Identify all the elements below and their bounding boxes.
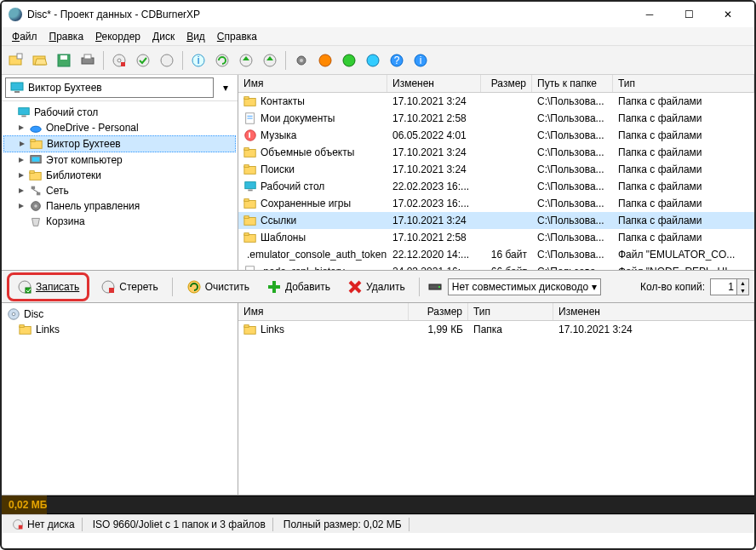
globe-blue-icon[interactable]	[362, 49, 384, 72]
tree-node[interactable]: ▸Панель управления	[3, 198, 236, 214]
settings-icon[interactable]	[290, 49, 312, 72]
tree-node[interactable]: Рабочий стол	[3, 105, 236, 120]
disc-refresh-icon[interactable]	[211, 49, 233, 72]
menu-диск[interactable]: Диск	[147, 29, 180, 44]
project-node[interactable]: Links	[5, 322, 234, 337]
menubar: ФайлПравкаРекордерДискВидСправка	[2, 27, 754, 46]
tree-node[interactable]: ▸Виктор Бухтеев	[3, 135, 236, 152]
burn-icon	[17, 279, 32, 295]
remove-button[interactable]: Удалить	[341, 276, 411, 298]
file-row[interactable]: Рабочий стол22.02.2023 16:...C:\Пользова…	[238, 178, 754, 195]
disc-status-icon	[12, 518, 24, 530]
svg-rect-61	[244, 234, 255, 242]
menu-справка[interactable]: Справка	[212, 29, 262, 44]
file-row[interactable]: Шаблоны17.10.2021 2:58C:\Пользова...Папк…	[238, 229, 754, 246]
project-row[interactable]: Links1,99 КБПапка17.10.2021 3:24	[238, 321, 754, 338]
copies-spinner[interactable]: ▲▼	[710, 278, 749, 295]
svg-point-11	[137, 54, 149, 66]
burn-button[interactable]: Записать	[11, 276, 85, 298]
drive-combo[interactable]: Нет совместимых дисководо ▾	[448, 278, 601, 295]
menu-вид[interactable]: Вид	[181, 29, 210, 44]
file-row[interactable]: Ссылки17.10.2021 3:24C:\Пользова...Папка…	[238, 212, 754, 229]
svg-point-44	[34, 204, 37, 208]
verify-disc-icon[interactable]	[132, 49, 154, 72]
path-input[interactable]: Виктор Бухтеев	[5, 77, 214, 98]
svg-rect-54	[244, 165, 249, 168]
globe-green-icon[interactable]	[338, 49, 360, 72]
minimize-button[interactable]: ─	[630, 2, 669, 27]
svg-point-33	[31, 126, 41, 132]
tree-node[interactable]: ▸Библиотеки	[3, 168, 236, 183]
svg-rect-77	[20, 326, 31, 334]
svg-rect-32	[21, 116, 26, 117]
open-icon[interactable]	[29, 49, 51, 72]
desktop-icon	[9, 80, 25, 95]
status-disc: Нет диска	[5, 518, 83, 531]
disc-info-icon[interactable]: i	[187, 49, 209, 72]
file-list-header[interactable]: Имя Изменен Размер Путь к папке Тип	[238, 75, 754, 93]
copies-input[interactable]	[711, 280, 736, 294]
chevron-down-icon: ▾	[592, 281, 597, 293]
statusbar: Нет диска ISO 9660/Joliet с 1 папок и 3 …	[2, 514, 754, 533]
file-row[interactable]: Поиски17.10.2021 3:24C:\Пользова...Папка…	[238, 161, 754, 178]
svg-rect-52	[244, 148, 249, 151]
tree-node[interactable]: ▸Этот компьютер	[3, 152, 236, 168]
burn-disc-icon[interactable]	[108, 49, 130, 72]
globe-orange-icon[interactable]	[314, 49, 336, 72]
menu-файл[interactable]: Файл	[7, 29, 43, 44]
project-tree[interactable]: DiscLinks	[2, 303, 238, 495]
file-row[interactable]: Объемные объекты17.10.2021 3:24C:\Пользо…	[238, 144, 754, 161]
svg-marker-3	[35, 59, 47, 65]
svg-point-12	[161, 54, 173, 66]
clear-button[interactable]: Очистить	[180, 276, 255, 298]
disc-eject2-icon[interactable]	[259, 49, 281, 72]
status-total-size: Полный размер: 0,02 МБ	[277, 518, 410, 531]
file-row[interactable]: Мои документы17.10.2021 2:58C:\Пользова.…	[238, 110, 754, 127]
project-list-header[interactable]: Имя Размер Тип Изменен	[238, 303, 754, 321]
svg-rect-37	[32, 157, 40, 161]
project-list[interactable]: Links1,99 КБПапка17.10.2021 3:24	[238, 321, 754, 496]
about-icon[interactable]: i	[410, 49, 432, 72]
file-row[interactable]: Сохраненные игры17.02.2023 16:...C:\Поль…	[238, 195, 754, 212]
svg-rect-30	[14, 91, 20, 93]
file-row[interactable]: .emulator_console_auth_token22.12.2020 1…	[238, 246, 754, 263]
file-row[interactable]: .node_repl_history24.03.2021 16:...66 ба…	[238, 263, 754, 270]
close-button[interactable]: ✕	[708, 2, 747, 27]
titlebar: Disc* - Проект данных - CDBurnerXP ─ ☐ ✕	[2, 2, 754, 27]
disc-eject-icon[interactable]	[235, 49, 257, 72]
print-icon[interactable]	[77, 49, 99, 72]
tree-node[interactable]: ▸OneDrive - Personal	[3, 120, 236, 135]
project-node[interactable]: Disc	[5, 307, 234, 322]
svg-rect-64	[246, 266, 255, 270]
svg-rect-78	[20, 325, 24, 328]
disc-icon[interactable]	[156, 49, 178, 72]
spin-down-icon[interactable]: ▼	[736, 287, 748, 295]
maximize-button[interactable]: ☐	[669, 2, 708, 27]
file-list[interactable]: Контакты17.10.2021 3:24C:\Пользова...Пап…	[238, 93, 754, 270]
window-title: Disc* - Проект данных - CDBurnerXP	[27, 9, 200, 20]
erase-icon	[100, 279, 116, 295]
tree-node[interactable]: Корзина	[3, 214, 236, 229]
delete-icon	[347, 279, 363, 295]
clear-icon	[186, 279, 202, 295]
new-project-icon[interactable]	[5, 49, 27, 72]
tree-node[interactable]: ▸Сеть	[3, 183, 236, 198]
svg-text:i: i	[198, 54, 200, 66]
main-toolbar: i ? i	[2, 46, 754, 75]
folder-tree[interactable]: Рабочий стол▸OneDrive - Personal▸Виктор …	[2, 101, 238, 270]
file-row[interactable]: Музыка06.05.2022 4:01C:\Пользова...Папка…	[238, 127, 754, 144]
svg-point-76	[12, 312, 15, 316]
path-dropdown-icon[interactable]: ▾	[217, 79, 234, 96]
spin-up-icon[interactable]: ▲	[736, 279, 748, 287]
svg-rect-60	[244, 216, 249, 219]
menu-правка[interactable]: Правка	[44, 29, 89, 44]
help-icon[interactable]: ?	[386, 49, 408, 72]
svg-rect-45	[244, 98, 255, 106]
save-icon[interactable]	[53, 49, 75, 72]
menu-рекордер[interactable]: Рекордер	[90, 29, 146, 44]
erase-button[interactable]: Стереть	[94, 276, 163, 298]
file-row[interactable]: Контакты17.10.2021 3:24C:\Пользова...Пап…	[238, 93, 754, 110]
add-button[interactable]: Добавить	[261, 276, 336, 298]
app-icon	[9, 8, 22, 21]
svg-rect-10	[121, 62, 125, 66]
